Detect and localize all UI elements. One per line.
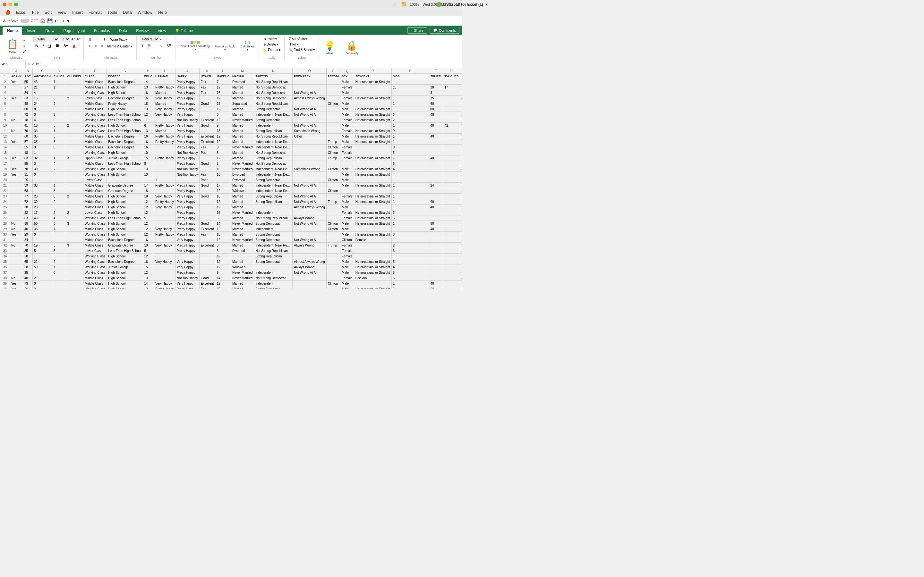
table-cell[interactable]: 16 [143, 145, 154, 150]
table-cell[interactable] [199, 199, 215, 205]
table-cell[interactable]: 40 [429, 123, 443, 128]
table-cell[interactable]: Very Happy [175, 134, 199, 139]
table-cell[interactable]: 40 [429, 134, 443, 139]
font-family-select[interactable]: Calibri [33, 37, 59, 42]
table-cell[interactable] [10, 270, 23, 276]
table-cell[interactable]: Pretty Happy [175, 243, 199, 248]
col-I-header[interactable]: I [154, 68, 176, 74]
table-cell[interactable]: Pretty Happy [154, 123, 176, 128]
table-cell[interactable]: 18 [23, 117, 33, 123]
table-cell[interactable] [326, 232, 341, 237]
table-cell[interactable]: 1 [391, 226, 429, 232]
table-cell[interactable]: 16 [143, 139, 154, 145]
table-cell[interactable]: Not Strong Democrat [254, 150, 292, 155]
table-cell[interactable] [443, 112, 460, 117]
menu-data[interactable]: Data [120, 9, 134, 15]
grow-font-button[interactable]: A⁺ [71, 37, 75, 41]
table-cell[interactable]: Excellent [199, 117, 215, 123]
table-cell[interactable] [154, 117, 176, 123]
table-cell[interactable]: 2 [52, 259, 66, 264]
table-cell[interactable]: Divorced [231, 79, 254, 85]
table-cell[interactable] [199, 106, 215, 112]
table-cell[interactable]: 38 [23, 264, 33, 270]
tab-insert[interactable]: Insert [22, 27, 41, 35]
table-cell[interactable]: 12 [143, 286, 154, 289]
table-cell[interactable] [443, 145, 460, 150]
table-cell[interactable]: Divorced [231, 172, 254, 177]
table-cell[interactable]: Married [231, 106, 254, 112]
tab-formulas[interactable]: Formulas [89, 27, 115, 35]
table-cell[interactable]: 1 [52, 128, 66, 134]
table-cell[interactable]: Never Married [231, 210, 254, 215]
col-R-header[interactable]: R [354, 68, 391, 74]
header-cell[interactable]: MARITAL [231, 74, 254, 79]
table-cell[interactable]: Middle Class [83, 199, 107, 205]
table-cell[interactable] [429, 264, 443, 270]
table-cell[interactable] [66, 177, 83, 183]
table-cell[interactable]: 13 [143, 276, 154, 281]
tab-review[interactable]: Review [132, 27, 153, 35]
table-cell[interactable]: 1 [391, 134, 429, 139]
table-cell[interactable]: High School [107, 226, 143, 232]
copy-button[interactable]: ⎘ [21, 44, 27, 48]
table-cell[interactable]: Married [231, 85, 254, 90]
table-cell[interactable]: Married [231, 205, 254, 210]
table-cell[interactable]: Male [341, 134, 354, 139]
table-cell[interactable] [443, 243, 460, 248]
table-cell[interactable]: 5 [215, 248, 231, 253]
table-cell[interactable]: Clinton [326, 177, 341, 183]
table-cell[interactable] [443, 237, 460, 243]
table-cell[interactable]: Trump [326, 139, 341, 145]
table-cell[interactable]: Bachelor's Degree [107, 79, 143, 85]
table-cell[interactable]: Heterosexual or Straight [354, 106, 391, 112]
table-cell[interactable]: Lower Class [83, 248, 107, 253]
table-cell[interactable] [52, 172, 66, 177]
table-cell[interactable]: Less Than High School [107, 161, 143, 166]
table-cell[interactable]: 42 [443, 123, 460, 128]
table-cell[interactable] [429, 270, 443, 276]
table-cell[interactable] [66, 259, 83, 264]
table-cell[interactable] [326, 106, 341, 112]
table-cell[interactable]: 28 [23, 253, 33, 259]
table-cell[interactable]: Graduate Degree [107, 188, 143, 193]
table-cell[interactable]: Less Than High School [107, 117, 143, 123]
table-cell[interactable]: Less Than High School [107, 112, 143, 117]
table-cell[interactable]: Female [341, 117, 354, 123]
table-cell[interactable]: Middle Class [83, 205, 107, 210]
table-cell[interactable]: Fair [199, 145, 215, 150]
table-cell[interactable]: 6 [391, 248, 429, 253]
table-cell[interactable] [443, 101, 460, 106]
table-cell[interactable]: 34 [23, 90, 33, 95]
table-cell[interactable]: Male [341, 106, 354, 112]
table-cell[interactable]: 1 Liberal [460, 232, 462, 237]
share-button[interactable]: ↑ Share [407, 27, 427, 34]
table-cell[interactable]: Strong Democrat [254, 177, 292, 183]
table-cell[interactable]: 5 [143, 248, 154, 253]
table-cell[interactable]: Middle Class [83, 281, 107, 286]
table-cell[interactable]: 15 [143, 155, 154, 161]
table-cell[interactable] [354, 161, 391, 166]
table-cell[interactable] [326, 128, 341, 134]
table-cell[interactable]: 13 [143, 128, 154, 134]
table-cell[interactable]: Married [231, 199, 254, 205]
table-cell[interactable] [292, 248, 326, 253]
table-cell[interactable]: Independent [254, 226, 292, 232]
table-cell[interactable] [33, 188, 52, 193]
table-cell[interactable] [154, 79, 176, 85]
table-cell[interactable]: Middle Class [83, 193, 107, 199]
table-cell[interactable] [66, 215, 83, 221]
cut-button[interactable]: ✂ [21, 38, 27, 43]
table-cell[interactable]: Married [231, 150, 254, 155]
customize-icon[interactable]: ▼ [66, 18, 71, 23]
table-cell[interactable] [199, 155, 215, 161]
table-cell[interactable]: 16 [215, 90, 231, 95]
home-icon[interactable]: 🏠 [40, 18, 45, 23]
table-cell[interactable]: Not Strong Republican [254, 134, 292, 139]
table-cell[interactable]: 5 [52, 248, 66, 253]
table-cell[interactable] [443, 286, 460, 289]
table-cell[interactable]: Male [341, 139, 354, 145]
table-cell[interactable]: 12 [215, 117, 231, 123]
table-cell[interactable]: Not Wrong At All [292, 112, 326, 117]
table-cell[interactable]: Married [231, 183, 254, 188]
table-cell[interactable] [443, 161, 460, 166]
